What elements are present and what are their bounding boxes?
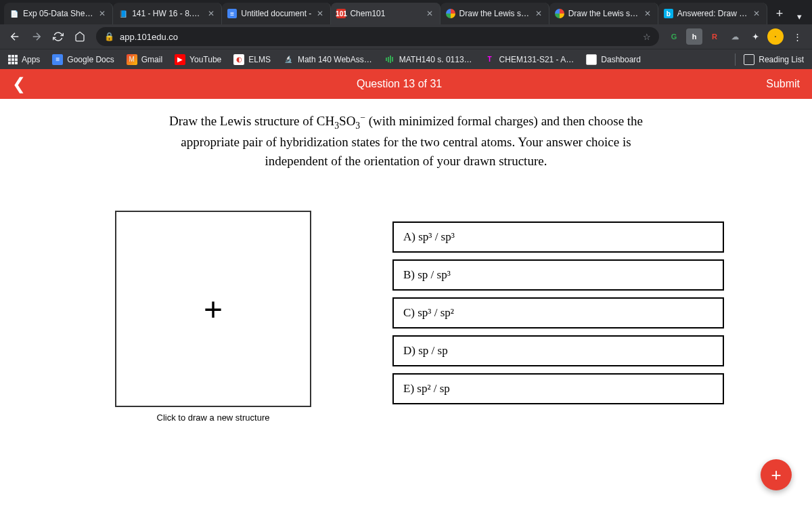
docs-favicon: ≡ [227,9,237,18]
chart-icon [384,54,395,65]
browser-tab-active[interactable]: 101 Chem101 ✕ [331,3,440,24]
elms-icon: ◐ [233,54,244,65]
reload-button[interactable] [49,27,68,46]
extension-grammarly-icon[interactable]: G [666,28,682,45]
reading-list-icon [744,54,754,65]
dashboard-icon [586,54,597,65]
answer-choice-c[interactable]: C) sp³ / sp² [392,297,724,329]
chem101-favicon: 101 [336,9,346,18]
tab-title: Draw the Lewis struc [459,9,530,18]
gmail-icon: M [127,54,137,65]
tab-title: Draw the Lewis struc [568,9,639,18]
question-counter: Question 13 of 31 [32,78,766,90]
new-tab-button[interactable]: + [770,4,789,23]
tab-close-icon[interactable]: ✕ [752,9,761,18]
home-button[interactable] [70,27,89,46]
favicon: 📘 [118,9,128,18]
structure-draw-area: + Click to draw a new structure [115,211,311,423]
tab-close-icon[interactable]: ✕ [643,9,652,18]
forward-button[interactable] [27,27,46,46]
drawing-canvas[interactable]: + [115,211,311,407]
separator [735,54,736,66]
answer-choice-d[interactable]: D) sp / sp [392,335,724,366]
chem-icon: T [484,54,495,65]
browser-tab[interactable]: b Answered: Draw the ✕ [658,3,767,24]
bookmarks-bar: Apps ≡Google Docs MGmail ▶YouTube ◐ELMS … [0,49,812,69]
tab-title: Chem101 [350,9,420,18]
star-icon[interactable]: ☆ [643,32,651,42]
apps-label: Apps [22,55,40,64]
extension-r-icon[interactable]: R [706,28,723,45]
bookmark-item[interactable]: ▶YouTube [175,54,221,65]
docs-icon: ≡ [52,54,63,65]
browser-tab[interactable]: ≡ Untitled document - ✕ [222,3,331,24]
plus-icon: + [204,291,223,328]
apps-button[interactable]: Apps [8,55,40,64]
tab-close-icon[interactable]: ✕ [534,9,543,18]
apps-grid-icon [8,55,18,64]
extension-cloud-icon[interactable]: ☁ [727,28,743,45]
lock-icon: 🔒 [104,32,114,41]
question-prompt: Draw the Lewis structure of CH3SO3− (wit… [149,111,663,170]
canvas-hint: Click to draw a new structure [157,412,270,423]
answer-choice-a[interactable]: A) sp³ / sp³ [392,221,724,253]
favicon: 📄 [9,9,19,18]
browser-tab[interactable]: Draw the Lewis struc ✕ [441,3,549,24]
reading-list-button[interactable]: Reading List [744,54,804,65]
google-favicon [446,9,455,18]
answer-choices: A) sp³ / sp³ B) sp / sp³ C) sp³ / sp² D)… [392,221,724,404]
submit-button[interactable]: Submit [766,78,800,90]
tab-title: Answered: Draw the [677,9,748,18]
google-favicon [555,9,564,18]
answer-choice-b[interactable]: B) sp / sp³ [392,259,724,291]
youtube-icon: ▶ [175,54,185,65]
answer-choice-e[interactable]: E) sp² / sp [392,373,724,404]
bookmark-item[interactable]: TCHEM131-S21 - A… [484,54,574,65]
back-chevron-button[interactable]: ❮ [12,75,32,93]
bartleby-favicon: b [664,9,673,18]
browser-tab-strip: 📄 Exp 05-Data Sheet.p ✕ 📘 141 - HW 16 - … [0,0,812,24]
tab-title: Exp 05-Data Sheet.p [23,9,93,18]
bookmark-item[interactable]: MGmail [127,54,162,65]
tab-close-icon[interactable]: ✕ [315,9,325,18]
tab-title: Untitled document - [241,9,311,18]
bookmark-item[interactable]: ◐ELMS [233,54,271,65]
kebab-menu-icon[interactable]: ⋮ [788,27,807,46]
tab-close-icon[interactable]: ✕ [425,9,434,18]
question-content: Draw the Lewis structure of CH3SO3− (wit… [0,99,812,508]
app-header: ❮ Question 13 of 31 Submit [0,69,812,99]
browser-tab[interactable]: 📘 141 - HW 16 - 8.7a - ✕ [113,3,222,24]
bookmark-item[interactable]: ≡Google Docs [52,54,114,65]
tab-title: 141 - HW 16 - 8.7a - [132,9,202,18]
url-text: app.101edu.co [120,32,178,42]
tab-dropdown-icon[interactable]: ▾ [792,12,808,22]
browser-toolbar: 🔒 app.101edu.co ☆ G h R ☁ ✦ · ⋮ [0,24,812,49]
tab-close-icon[interactable]: ✕ [206,9,216,18]
browser-tab[interactable]: 📄 Exp 05-Data Sheet.p ✕ [4,3,113,24]
bookmark-item[interactable]: MATH140 s. 0113… [384,54,472,65]
address-bar[interactable]: 🔒 app.101edu.co ☆ [96,27,659,46]
extension-honey-icon[interactable]: h [686,28,702,45]
bookmark-item[interactable]: 🔬Math 140 WebAss… [283,54,372,65]
fab-add-button[interactable]: + [761,459,792,490]
extensions-button[interactable]: ✦ [747,28,763,45]
back-button[interactable] [5,27,24,46]
bookmark-item[interactable]: Dashboard [586,54,641,65]
webassign-icon: 🔬 [283,54,294,65]
tab-close-icon[interactable]: ✕ [97,9,107,18]
browser-tab[interactable]: Draw the Lewis struc ✕ [549,3,658,24]
profile-avatar[interactable]: · [767,28,784,45]
